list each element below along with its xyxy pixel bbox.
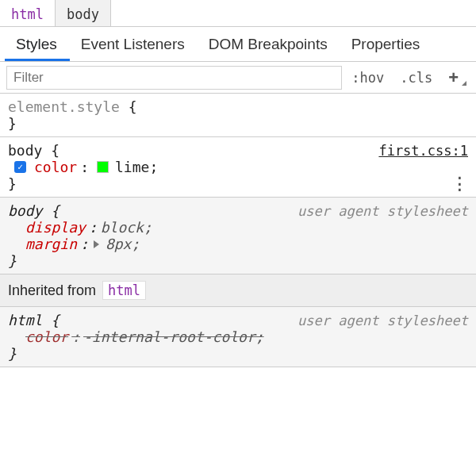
rule-html-ua: html { user agent stylesheet color: -int…: [0, 307, 476, 367]
add-rule-button[interactable]: +: [442, 67, 460, 88]
breadcrumb-item-html[interactable]: html: [0, 0, 56, 26]
color-swatch-icon[interactable]: [97, 161, 109, 173]
tab-styles[interactable]: Styles: [5, 28, 70, 61]
styles-toolbar: :hov .cls +: [0, 62, 476, 94]
tab-properties[interactable]: Properties: [340, 28, 433, 61]
property-value: -internal-root-color;: [83, 328, 264, 345]
declaration: display: block;: [8, 219, 468, 236]
close-brace: }: [8, 252, 468, 269]
property-value: block;: [101, 219, 152, 236]
filter-input[interactable]: [6, 66, 342, 90]
close-brace: }: [8, 345, 468, 362]
selector[interactable]: body: [8, 142, 42, 159]
property-name: margin: [25, 236, 77, 252]
open-brace: {: [51, 202, 60, 219]
toggle-property-checkbox[interactable]: [14, 161, 26, 173]
rule-body-author[interactable]: body { first.css:1 color: lime; } ···: [0, 137, 476, 198]
declaration-overridden: color: -internal-root-color;: [8, 328, 468, 345]
close-brace: }: [8, 115, 468, 132]
property-value: 8px;: [106, 236, 140, 252]
ua-stylesheet-label: user agent stylesheet: [298, 203, 468, 219]
rule-body-ua: body { user agent stylesheet display: bl…: [0, 198, 476, 274]
property-name: display: [25, 219, 86, 236]
inherited-label: Inherited from: [8, 282, 96, 299]
rule-element-style[interactable]: element.style { }: [0, 94, 476, 137]
styles-pane: element.style { } body { first.css:1 col…: [0, 94, 476, 367]
breadcrumb-item-body[interactable]: body: [56, 0, 111, 26]
expand-shorthand-icon[interactable]: [94, 240, 99, 248]
open-brace: {: [51, 142, 60, 159]
toggle-hov-button[interactable]: :hov: [345, 67, 390, 89]
close-brace: }: [8, 175, 468, 192]
open-brace: {: [51, 312, 60, 328]
ua-stylesheet-label: user agent stylesheet: [298, 313, 468, 328]
property-name: color: [25, 328, 68, 345]
tab-dom-breakpoints[interactable]: DOM Breakpoints: [198, 28, 340, 61]
tab-event-listeners[interactable]: Event Listeners: [70, 28, 198, 61]
source-link[interactable]: first.css:1: [378, 143, 468, 159]
add-rule-menu-corner-icon[interactable]: [462, 81, 466, 86]
property-name[interactable]: color: [34, 159, 77, 175]
selector[interactable]: element.style: [8, 98, 120, 115]
selector: html: [8, 312, 42, 328]
selector: body: [8, 202, 42, 219]
toggle-cls-button[interactable]: .cls: [393, 67, 439, 89]
inherited-from-element-link[interactable]: html: [102, 281, 146, 300]
kebab-menu-icon[interactable]: ···: [455, 175, 465, 194]
declaration[interactable]: color: lime;: [8, 159, 468, 175]
tab-bar: Styles Event Listeners DOM Breakpoints P…: [0, 27, 476, 62]
inherited-from-separator: Inherited from html: [0, 274, 476, 307]
declaration: margin: 8px;: [8, 236, 468, 252]
property-value[interactable]: lime;: [115, 159, 158, 175]
breadcrumb-bar: html body: [0, 0, 476, 27]
